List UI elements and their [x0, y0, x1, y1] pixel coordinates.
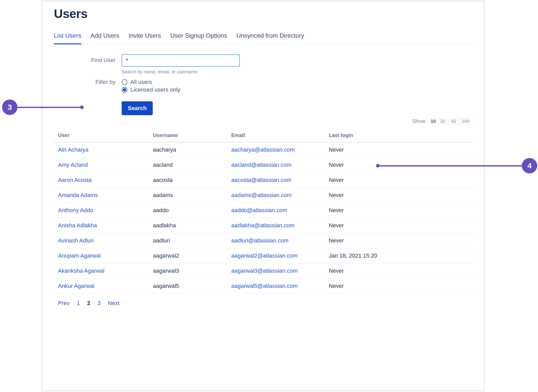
- email-link[interactable]: aagarwal5@atlassian.com: [231, 283, 297, 289]
- table-row: Aaron Acostaaacostaaacosta@atlassian.com…: [54, 173, 472, 188]
- user-link[interactable]: Aaron Acosta: [58, 177, 92, 183]
- table-row: Anupam Agarwalaagarwal2aagarwal2@atlassi…: [54, 248, 472, 263]
- show-option-100[interactable]: 100: [459, 118, 472, 125]
- email-link[interactable]: aacland@atlassian.com: [231, 162, 291, 168]
- email-link[interactable]: aagarwal3@atlassian.com: [231, 268, 297, 274]
- user-link[interactable]: Ankur Agarwal: [58, 283, 94, 289]
- table-row: Ankur Agarwalaagarwal5aagarwal5@atlassia…: [54, 279, 472, 294]
- table-row: Atri Acharyaaacharyaaacharya@atlassian.c…: [54, 142, 472, 158]
- user-link[interactable]: Amanda Adams: [58, 192, 98, 198]
- user-link[interactable]: Anthony Addo: [58, 207, 93, 213]
- last-login-cell: Never: [325, 142, 472, 158]
- filter-option-label: All users: [130, 79, 152, 85]
- page-title: Users: [54, 7, 472, 21]
- radio-icon[interactable]: [122, 79, 127, 85]
- username-cell: aagarwal3: [149, 263, 227, 279]
- filter-option-label: Licensed users only: [130, 86, 180, 93]
- last-login-cell: Never: [325, 173, 472, 188]
- email-link[interactable]: aacharya@atlassian.com: [231, 146, 295, 153]
- username-cell: aaddo: [149, 203, 227, 218]
- callout-4-dot: [376, 164, 380, 168]
- callout-3-line: [17, 107, 80, 108]
- search-button[interactable]: Search: [122, 101, 153, 115]
- callout-4: 4: [376, 158, 537, 173]
- callout-4-badge: 4: [522, 158, 537, 173]
- show-option-50[interactable]: 50: [448, 118, 459, 125]
- last-login-cell: Never: [325, 279, 472, 294]
- pagination: Prev123Next: [54, 300, 472, 307]
- find-user-row: Find User Search by name, email, or user…: [54, 54, 472, 75]
- email-link[interactable]: aadluri@atlassian.com: [231, 237, 289, 244]
- show-option-10[interactable]: 10: [429, 118, 437, 124]
- table-row: Akanksha Agarwalaagarwal3aagarwal3@atlas…: [54, 263, 472, 279]
- show-label: Show:: [412, 118, 427, 124]
- find-user-label: Find User: [54, 54, 122, 64]
- tab-add-users[interactable]: Add Users: [91, 32, 119, 44]
- username-cell: aacharya: [149, 142, 227, 158]
- callout-3: 3: [2, 100, 84, 115]
- page-2: 2: [87, 300, 90, 307]
- find-user-hint: Search by name, email, or username: [122, 69, 240, 75]
- last-login-cell: Never: [325, 188, 472, 203]
- table-row: Anisha Adlakhaaadlakhaaadlakha@atlassian…: [54, 218, 472, 233]
- tabs: List UsersAdd UsersInvite UsersUser Sign…: [54, 32, 472, 44]
- users-table: User Username Email Last login Atri Acha…: [54, 129, 472, 294]
- username-cell: aacosta: [149, 173, 227, 188]
- col-last-login[interactable]: Last login: [325, 129, 472, 142]
- users-panel: Users List UsersAdd UsersInvite UsersUse…: [54, 7, 472, 307]
- show-row: Show: 102050100: [54, 118, 472, 124]
- table-row: Amanda Adamsaadamsaadams@atlassian.comNe…: [54, 188, 472, 203]
- page-next[interactable]: Next: [108, 300, 119, 307]
- callout-3-badge: 3: [2, 100, 17, 115]
- filter-by-row: Filter by All usersLicensed users only: [54, 78, 472, 94]
- tab-invite-users[interactable]: Invite Users: [129, 32, 161, 44]
- page-1[interactable]: 1: [77, 300, 80, 307]
- col-username[interactable]: Username: [149, 129, 227, 142]
- page-prev[interactable]: Prev: [58, 300, 70, 307]
- user-link[interactable]: Amy Acland: [58, 162, 88, 168]
- user-link[interactable]: Atri Acharya: [58, 146, 89, 153]
- username-cell: aadluri: [149, 233, 227, 248]
- table-row: Anthony Addoaaddoaaddo@atlassian.comNeve…: [54, 203, 472, 218]
- email-link[interactable]: aadams@atlassian.com: [231, 192, 292, 198]
- tab-unsynced-from-directory[interactable]: Unsynced from Directory: [236, 32, 304, 44]
- user-link[interactable]: Anisha Adlakha: [58, 222, 97, 229]
- username-cell: aacland: [149, 158, 227, 173]
- email-link[interactable]: aacosta@atlassian.com: [231, 177, 291, 183]
- email-link[interactable]: aaddo@atlassian.com: [231, 207, 287, 213]
- radio-icon[interactable]: [122, 87, 127, 93]
- show-option-20[interactable]: 20: [437, 118, 448, 125]
- table-row: Avinash Adluriaadluriaadluri@atlassian.c…: [54, 233, 472, 248]
- username-cell: aagarwal2: [149, 248, 227, 263]
- callout-4-line: [380, 165, 522, 166]
- page-3[interactable]: 3: [98, 300, 101, 307]
- last-login-cell: Never: [325, 218, 472, 233]
- last-login-cell: Never: [325, 263, 472, 279]
- user-link[interactable]: Avinash Adluri: [58, 237, 94, 244]
- username-cell: aadlakha: [149, 218, 227, 233]
- tab-list-users[interactable]: List Users: [54, 32, 81, 44]
- username-cell: aagarwal5: [149, 279, 227, 294]
- find-user-input[interactable]: [122, 54, 240, 67]
- callout-3-dot: [80, 105, 84, 109]
- col-email[interactable]: Email: [227, 129, 325, 142]
- last-login-cell: Jan 18, 2021 15:20: [325, 248, 472, 263]
- filter-by-label: Filter by: [54, 78, 122, 85]
- email-link[interactable]: aadlakha@atlassian.com: [231, 222, 294, 229]
- user-link[interactable]: Akanksha Agarwal: [58, 268, 104, 274]
- last-login-cell: Never: [325, 233, 472, 248]
- filter-option-0[interactable]: All users: [122, 79, 180, 85]
- user-link[interactable]: Anupam Agarwal: [58, 252, 101, 259]
- username-cell: aadams: [149, 188, 227, 203]
- tab-user-signup-options[interactable]: User Signup Options: [170, 32, 227, 44]
- table-header-row: User Username Email Last login: [54, 129, 472, 142]
- last-login-cell: Never: [325, 203, 472, 218]
- email-link[interactable]: aagarwal2@atlassian.com: [231, 252, 297, 259]
- search-row: Search: [54, 97, 472, 115]
- filter-option-1[interactable]: Licensed users only: [122, 86, 180, 93]
- col-user[interactable]: User: [54, 129, 149, 142]
